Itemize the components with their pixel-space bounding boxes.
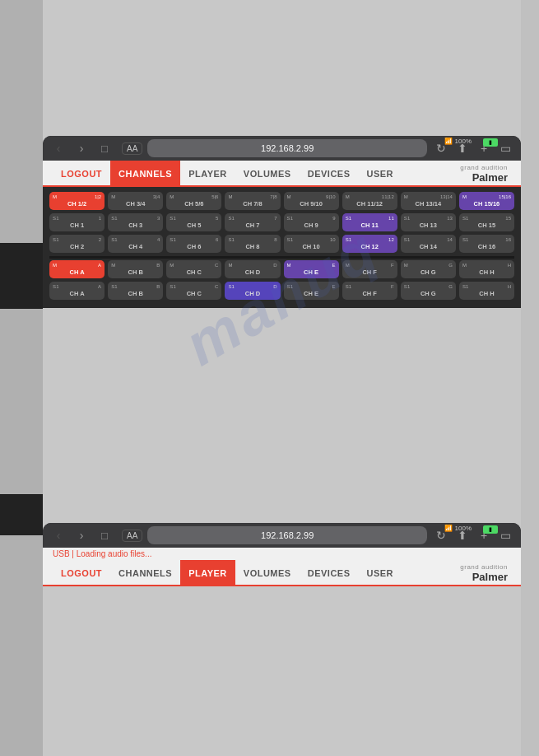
url-bar-2[interactable]: 192.168.2.99 bbox=[147, 526, 427, 544]
channel-row-s1-even: S12CH 2S14CH 4S16CH 6S18CH 8S110CH 10S11… bbox=[49, 235, 514, 253]
channel-btn-row-s1-odd-4[interactable]: S19CH 9 bbox=[284, 213, 339, 231]
channel-btn-row-s1-even-2[interactable]: S16CH 6 bbox=[166, 235, 221, 253]
channel-btn-row-s1-even-0[interactable]: S12CH 2 bbox=[49, 235, 105, 253]
browser-window-2: 📶 100% ▮ ‹ › □ AA 192.168.2.99 ↻ ⬆ + ▭ U… bbox=[43, 523, 521, 586]
channel-btn-row-m-main-4[interactable]: M9|10CH 9/10 bbox=[284, 192, 339, 210]
browser-toolbar-1: 📶 100% ▮ ‹ › □ AA 192.168.2.99 ↻ ⬆ + ▭ bbox=[43, 136, 521, 161]
accent-bar-2 bbox=[0, 494, 43, 535]
palmer-logo-1: grand audition Palmer bbox=[460, 164, 511, 184]
channel-btn-row-s1-even-7[interactable]: S116CH 16 bbox=[459, 235, 514, 253]
nav-logout-1[interactable]: LOGOUT bbox=[53, 161, 110, 187]
channel-btn-row-s1-odd-3[interactable]: S17CH 7 bbox=[225, 213, 280, 231]
back-button[interactable]: ‹ bbox=[49, 139, 67, 157]
channel-btn-row-m-main-5[interactable]: M11|12CH 11/12 bbox=[342, 192, 397, 210]
channel-btn-row-s1-aux-2[interactable]: S1CCH C bbox=[166, 282, 221, 300]
channel-btn-row-s1-aux-0[interactable]: S1ACH A bbox=[49, 282, 105, 300]
wifi-indicator: 📶 100% bbox=[444, 138, 472, 145]
battery-indicator: ▮ bbox=[483, 138, 498, 147]
channel-row-m-aux: MACH AMBCH BMCCH CMDCH DMECH EMFCH FMGCH… bbox=[49, 260, 514, 278]
channel-btn-row-m-main-1[interactable]: M3|4CH 3/4 bbox=[108, 192, 163, 210]
channel-btn-row-s1-aux-3[interactable]: S1DCH D bbox=[225, 282, 280, 300]
nav-menu-2: LOGOUT CHANNELS PLAYER VOLUMES DEVICES U… bbox=[43, 560, 521, 586]
accent-bar-1 bbox=[0, 243, 43, 309]
url-bar-1[interactable]: 192.168.2.99 bbox=[147, 139, 427, 157]
channel-row-s1-odd: S11CH 1S13CH 3S15CH 5S17CH 7S19CH 9S111C… bbox=[49, 213, 514, 231]
channel-btn-row-s1-aux-6[interactable]: S1GCH G bbox=[401, 282, 456, 300]
brand-name-1: Palmer bbox=[472, 171, 508, 184]
channel-btn-row-s1-odd-5[interactable]: S111CH 11 bbox=[342, 213, 397, 231]
nav-devices-1[interactable]: DEVICES bbox=[300, 161, 359, 187]
bookmarks-button-2[interactable]: □ bbox=[95, 526, 114, 544]
nav-channels-2[interactable]: CHANNELS bbox=[110, 560, 180, 586]
nav-menu-1: LOGOUT CHANNELS PLAYER VOLUMES DEVICES U… bbox=[43, 161, 521, 187]
battery-indicator-2: ▮ bbox=[483, 525, 498, 534]
channel-btn-row-m-aux-2[interactable]: MCCH C bbox=[166, 260, 221, 278]
tabs-button[interactable]: ▭ bbox=[496, 139, 514, 157]
channel-btn-row-m-aux-4[interactable]: MECH E bbox=[284, 260, 339, 278]
nav-volumes-1[interactable]: VOLUMES bbox=[235, 161, 300, 187]
bookmarks-button[interactable]: □ bbox=[95, 139, 114, 157]
channel-btn-row-m-aux-0[interactable]: MACH A bbox=[49, 260, 105, 278]
usb-status: USB | Loading audio files... bbox=[43, 548, 521, 560]
wifi-indicator-2: 📶 100% bbox=[444, 525, 472, 532]
brand-sub-1: grand audition bbox=[460, 164, 508, 171]
right-sidebar bbox=[521, 0, 539, 756]
channel-btn-row-m-main-2[interactable]: M5|6CH 5/6 bbox=[166, 192, 221, 210]
channel-btn-row-m-main-6[interactable]: M13|14CH 13/14 bbox=[401, 192, 456, 210]
nav-channels-1[interactable]: CHANNELS bbox=[110, 161, 180, 187]
nav-devices-2[interactable]: DEVICES bbox=[300, 560, 359, 586]
channel-row-m-main: M1|2CH 1/2M3|4CH 3/4M5|6CH 5/6M7|8CH 7/8… bbox=[49, 192, 514, 210]
channel-btn-row-s1-aux-5[interactable]: S1FCH F bbox=[342, 282, 397, 300]
channel-btn-row-s1-odd-1[interactable]: S13CH 3 bbox=[108, 213, 163, 231]
channel-btn-row-s1-aux-1[interactable]: S1BCH B bbox=[108, 282, 163, 300]
channel-btn-row-m-main-0[interactable]: M1|2CH 1/2 bbox=[49, 192, 105, 210]
brand-name-2: Palmer bbox=[472, 571, 508, 583]
channel-btn-row-m-main-3[interactable]: M7|8CH 7/8 bbox=[225, 192, 280, 210]
nav-logout-2[interactable]: LOGOUT bbox=[53, 560, 110, 586]
aa-badge: AA bbox=[122, 142, 142, 155]
channel-btn-row-s1-aux-7[interactable]: S1HCH H bbox=[459, 282, 514, 300]
channel-btn-row-m-aux-3[interactable]: MDCH D bbox=[225, 260, 280, 278]
channel-btn-row-s1-odd-6[interactable]: S113CH 13 bbox=[401, 213, 456, 231]
aa-badge-2: AA bbox=[122, 530, 142, 542]
channel-btn-row-m-aux-7[interactable]: MHCH H bbox=[459, 260, 514, 278]
back-button-2[interactable]: ‹ bbox=[49, 526, 67, 544]
browser-window-1: 📶 100% ▮ ‹ › □ AA 192.168.2.99 ↻ ⬆ + ▭ L… bbox=[43, 136, 521, 308]
channel-btn-row-m-main-7[interactable]: M15|16CH 15/16 bbox=[459, 192, 514, 210]
channel-btn-row-m-aux-1[interactable]: MBCH B bbox=[108, 260, 163, 278]
channel-row-s1-aux: S1ACH AS1BCH BS1CCH CS1DCH DS1ECH ES1FCH… bbox=[49, 282, 514, 300]
browser-content-2: USB | Loading audio files... LOGOUT CHAN… bbox=[43, 548, 521, 586]
left-sidebar bbox=[0, 0, 43, 756]
channel-btn-row-s1-odd-0[interactable]: S11CH 1 bbox=[49, 213, 105, 231]
channel-btn-row-s1-even-4[interactable]: S110CH 10 bbox=[284, 235, 339, 253]
channel-grid-1: M1|2CH 1/2M3|4CH 3/4M5|6CH 5/6M7|8CH 7/8… bbox=[43, 187, 521, 308]
brand-sub-2: grand audition bbox=[460, 563, 508, 571]
tabs-button-2[interactable]: ▭ bbox=[496, 526, 514, 544]
nav-user-2[interactable]: USER bbox=[359, 560, 402, 586]
nav-volumes-2[interactable]: VOLUMES bbox=[235, 560, 300, 586]
forward-button[interactable]: › bbox=[72, 139, 91, 157]
channel-btn-row-m-aux-5[interactable]: MFCH F bbox=[342, 260, 397, 278]
channel-btn-row-s1-even-1[interactable]: S14CH 4 bbox=[108, 235, 163, 253]
channel-btn-row-m-aux-6[interactable]: MGCH G bbox=[401, 260, 456, 278]
section-divider-1 bbox=[49, 256, 514, 259]
palmer-logo-2: grand audition Palmer bbox=[460, 563, 511, 583]
browser-toolbar-2: 📶 100% ▮ ‹ › □ AA 192.168.2.99 ↻ ⬆ + ▭ bbox=[43, 523, 521, 548]
nav-user-1[interactable]: USER bbox=[359, 161, 402, 187]
channel-btn-row-s1-aux-4[interactable]: S1ECH E bbox=[284, 282, 339, 300]
forward-button-2[interactable]: › bbox=[72, 526, 91, 544]
channel-btn-row-s1-even-6[interactable]: S114CH 14 bbox=[401, 235, 456, 253]
channel-btn-row-s1-odd-2[interactable]: S15CH 5 bbox=[166, 213, 221, 231]
nav-player-1[interactable]: PLAYER bbox=[180, 161, 235, 187]
browser-content-1: LOGOUT CHANNELS PLAYER VOLUMES DEVICES U… bbox=[43, 161, 521, 308]
channel-btn-row-s1-even-3[interactable]: S18CH 8 bbox=[225, 235, 280, 253]
nav-player-2[interactable]: PLAYER bbox=[180, 560, 235, 586]
channel-btn-row-s1-odd-7[interactable]: S115CH 15 bbox=[459, 213, 514, 231]
channel-btn-row-s1-even-5[interactable]: S112CH 12 bbox=[342, 235, 397, 253]
